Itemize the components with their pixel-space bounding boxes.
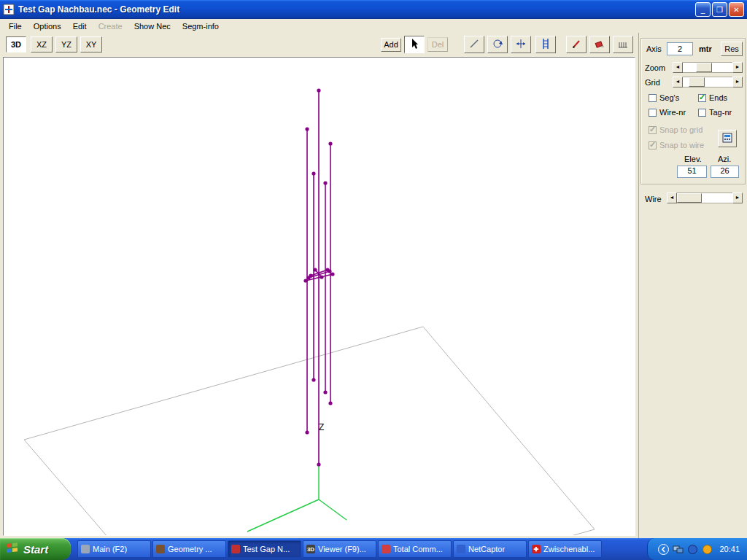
task-icon-total-commander: [382, 545, 390, 553]
minimize-button[interactable]: _: [695, 2, 711, 17]
task-label: Viewer (F9)...: [318, 545, 366, 553]
comb-icon: [617, 38, 629, 52]
messenger-icon[interactable]: [687, 544, 698, 555]
erase-button[interactable]: [589, 36, 610, 53]
grid-scroll-track[interactable]: [683, 77, 732, 88]
maximize-button[interactable]: ❐: [712, 2, 727, 17]
axis-input[interactable]: [667, 42, 693, 55]
update-icon[interactable]: [702, 544, 713, 555]
grid-scrollbar[interactable]: ◄ ►: [673, 77, 743, 88]
task-label: Test Gap N...: [243, 545, 290, 553]
task-zwischenablage[interactable]: ✚ Zwischenabl...: [528, 540, 602, 558]
segs-label: Seg's: [659, 93, 679, 102]
menu-item-file[interactable]: File: [3, 20, 28, 32]
axis-label: Axis: [646, 44, 662, 53]
task-main[interactable]: Main (F2): [77, 540, 151, 558]
azi-label: Azi.: [718, 155, 731, 163]
menu-item-segm-info[interactable]: Segm-info: [177, 20, 225, 32]
draw-line-button[interactable]: [464, 36, 484, 53]
view-xz-button[interactable]: XZ: [31, 36, 53, 52]
elev-value: 51: [677, 166, 707, 178]
window-title: Test Gap Nachbau.nec - Geometry Edit: [18, 4, 694, 15]
select-arrow-button[interactable]: [404, 36, 425, 53]
zoom-scrollbar[interactable]: ◄ ►: [673, 62, 743, 73]
task-total-commander[interactable]: Total Comm...: [378, 540, 452, 558]
view-3d-button[interactable]: 3D: [6, 36, 26, 52]
view-yz-button[interactable]: YZ: [55, 36, 77, 52]
task-icon-main: [81, 545, 90, 553]
z-axis-label: Z: [319, 422, 324, 432]
app-icon: [3, 4, 15, 15]
ends-checkbox-box[interactable]: [698, 94, 706, 102]
hide-icons-button[interactable]: [658, 544, 669, 555]
move-wire-button[interactable]: [511, 36, 531, 53]
task-viewer[interactable]: 3D Viewer (F9)...: [303, 540, 376, 558]
pen-icon: [570, 38, 582, 52]
menu-item-show-nec[interactable]: Show Nec: [128, 20, 177, 32]
wire-scroll-left-icon[interactable]: ◄: [667, 192, 677, 203]
zoom-scroll-left-icon[interactable]: ◄: [673, 62, 683, 73]
wirenr-checkbox[interactable]: Wire-nr: [649, 108, 686, 117]
geometry-canvas[interactable]: Z: [3, 57, 635, 536]
zoom-scroll-track[interactable]: [683, 62, 732, 73]
add-button[interactable]: Add: [381, 38, 401, 52]
task-test-gap[interactable]: Test Gap N...: [228, 540, 301, 558]
title-bar[interactable]: Test Gap Nachbau.nec - Geometry Edit _❐✕: [0, 0, 747, 19]
rotate-icon: [492, 38, 503, 52]
wire-scroll-thumb[interactable]: [677, 193, 702, 203]
tagnr-checkbox[interactable]: Tag-nr: [698, 108, 732, 117]
wirenr-checkbox-box[interactable]: [649, 109, 657, 117]
task-icon-viewer-3d: 3D: [306, 545, 315, 553]
task-netcaptor[interactable]: NetCaptor: [453, 540, 527, 558]
tagnr-checkbox-box[interactable]: [698, 109, 706, 117]
axis-unit-label: mtr: [699, 44, 712, 53]
res-button[interactable]: Res: [721, 42, 743, 56]
ladder-icon: [540, 38, 551, 52]
start-button[interactable]: Start: [0, 538, 71, 560]
wire-scroll-right-icon[interactable]: ►: [732, 192, 743, 203]
task-label: Zwischenabl...: [543, 545, 595, 553]
delete-button: Del: [427, 37, 448, 52]
network-icon[interactable]: [673, 544, 684, 555]
zoom-scroll-thumb[interactable]: [696, 63, 712, 72]
calc-pad-button[interactable]: [718, 130, 737, 147]
tagnr-label: Tag-nr: [709, 108, 732, 117]
grid-scroll-right-icon[interactable]: ►: [732, 77, 743, 88]
segments-button[interactable]: [613, 36, 633, 53]
system-tray: 20:41: [647, 538, 747, 560]
elev-label: Elev.: [684, 155, 702, 163]
segs-checkbox-box[interactable]: [649, 94, 657, 102]
menu-bar: File Options Edit Create Show Nec Segm-i…: [0, 19, 747, 33]
close-button[interactable]: ✕: [729, 2, 744, 17]
move-arrows-icon: [515, 38, 527, 52]
menu-item-options[interactable]: Options: [28, 20, 67, 32]
line-tool-icon: [468, 38, 480, 52]
ends-checkbox[interactable]: Ends: [698, 93, 727, 102]
task-label: NetCaptor: [468, 545, 505, 553]
grid-label: Grid: [645, 78, 660, 87]
rotate-view-button[interactable]: [487, 36, 508, 53]
snap-to-wire-checkbox-box: [649, 141, 657, 149]
grid-scroll-left-icon[interactable]: ◄: [673, 77, 683, 88]
wire-scroll-track[interactable]: [677, 192, 732, 203]
wire-scrollbar[interactable]: ◄ ►: [667, 192, 743, 203]
view-xy-button[interactable]: XY: [80, 36, 102, 52]
pen-button[interactable]: [566, 36, 587, 53]
task-icon-netcaptor: [457, 545, 465, 553]
calculator-icon: [722, 136, 732, 144]
snap-to-wire-checkbox: Snap to wire: [649, 141, 704, 149]
toolbar: 3D XZ YZ XY Add Del: [0, 33, 638, 57]
control-panel: Axis mtr Res Zoom ◄ ► Grid ◄ ► Seg's End…: [638, 33, 747, 538]
task-label: Geometry ...: [168, 545, 212, 553]
segs-checkbox[interactable]: Seg's: [649, 93, 679, 102]
segmentation-button[interactable]: [535, 36, 556, 53]
eraser-icon: [594, 38, 605, 52]
task-icon-zwischenablage: ✚: [532, 545, 541, 553]
task-icon-test-gap: [231, 545, 240, 553]
windows-flag-icon: [6, 542, 19, 556]
zoom-scroll-right-icon[interactable]: ►: [732, 62, 743, 73]
grid-scroll-thumb[interactable]: [689, 77, 705, 87]
menu-item-edit[interactable]: Edit: [67, 20, 93, 32]
task-geometry[interactable]: Geometry ...: [152, 540, 226, 558]
ends-label: Ends: [709, 93, 727, 102]
